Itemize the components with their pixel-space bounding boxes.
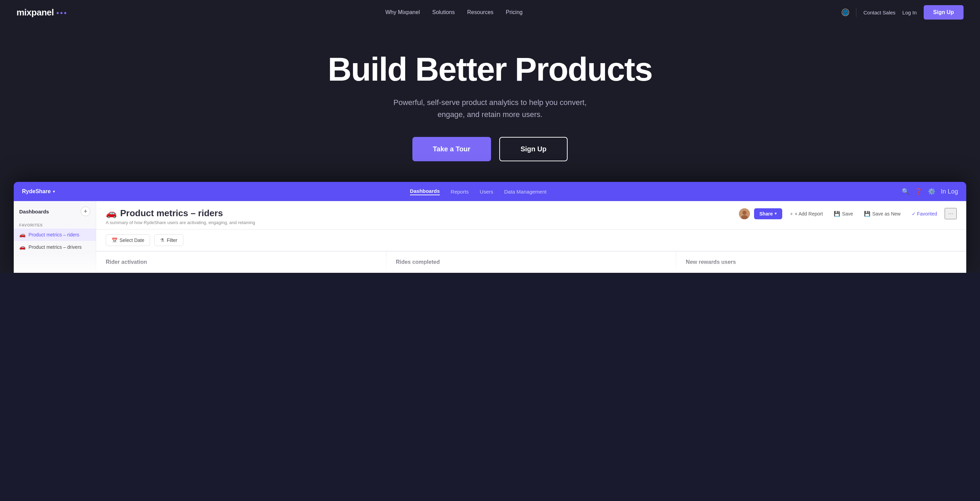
save-as-new-button[interactable]: 💾 Save as New [861,208,904,219]
dashboard-title-icon: 🚗 [106,208,117,219]
metric-label-0: Rider activation [106,259,376,265]
hero-signup-button[interactable]: Sign Up [499,137,568,161]
riders-icon: 🚗 [19,231,26,238]
main-nav: mixpanel Why Mixpanel Solutions Resource… [0,0,980,25]
dashboard-title-text: Product metrics – riders [120,208,223,219]
filter-icon: ⚗ [160,238,164,243]
nav-why[interactable]: Why Mixpanel [385,9,420,16]
settings-icon[interactable]: ⚙️ [928,188,935,195]
app-brand-name: RydeShare [22,189,51,195]
logo-dots [57,12,66,14]
avatar-image [739,208,750,219]
logo[interactable]: mixpanel [16,7,66,18]
signup-button[interactable]: Sign Up [924,5,964,19]
sidebar-item-drivers-label: Product metrics – drivers [29,244,82,250]
nav-solutions[interactable]: Solutions [432,9,455,16]
save-label: Save [842,211,853,217]
contact-sales-link[interactable]: Contact Sales [863,10,895,16]
metric-card-1: Rides completed [386,252,676,273]
sidebar-item-riders[interactable]: 🚗 Product metrics – riders [14,228,96,241]
app-brand[interactable]: RydeShare ▾ [22,189,55,195]
filter-label: Filter [167,238,177,243]
nav-tab-users[interactable]: Users [480,189,493,195]
favorited-button[interactable]: ✓ Favorited [908,209,940,219]
dashboard-title-area: 🚗 Product metrics – riders A summary of … [106,208,255,225]
sidebar-header: Dashboards + [14,206,96,220]
globe-icon[interactable]: 🌐 [842,9,849,16]
app-nav: Dashboards Reports Users Data Management [410,188,547,195]
select-date-label: Select Date [119,238,144,243]
add-report-icon: + [790,211,793,217]
nav-actions: 🌐 Contact Sales Log In Sign Up [842,5,964,19]
hero-buttons: Take a Tour Sign Up [14,137,966,161]
dashboard-toolbar: 📅 Select Date ⚗ Filter [96,230,966,251]
metric-card-0: Rider activation [96,252,386,273]
sidebar-item-drivers[interactable]: 🚗 Product metrics – drivers [14,241,96,253]
app-preview: RydeShare ▾ Dashboards Reports Users Dat… [0,182,980,273]
add-report-label: + Add Report [795,211,823,217]
filter-button[interactable]: ⚗ Filter [154,235,183,246]
dashboard-title: 🚗 Product metrics – riders [106,208,255,219]
hero-headline: Build Better Products [14,52,966,87]
nav-links: Why Mixpanel Solutions Resources Pricing [385,9,523,16]
app-nav-right: 🔍 ❓ ⚙️ In Log [902,188,958,195]
take-tour-button[interactable]: Take a Tour [412,137,491,161]
hero-subheadline: Powerful, self-serve product analytics t… [387,97,593,120]
sidebar: Dashboards + FAVORITES 🚗 Product metrics… [14,201,96,273]
add-report-button[interactable]: + + Add Report [786,208,826,219]
sidebar-item-riders-label: Product metrics – riders [29,232,79,238]
metric-card-2: New rewards users [676,252,966,273]
hero-section: Build Better Products Powerful, self-ser… [0,25,980,182]
dashboard-header: 🚗 Product metrics – riders A summary of … [96,201,966,230]
save-icon: 💾 [834,211,840,217]
svg-point-1 [742,211,746,215]
metric-label-1: Rides completed [396,259,667,265]
metrics-grid: Rider activation Rides completed New rew… [96,251,966,273]
nav-pricing[interactable]: Pricing [506,9,523,16]
app-window: RydeShare ▾ Dashboards Reports Users Dat… [14,182,966,273]
share-label: Share [760,211,773,217]
more-options-button[interactable]: ··· [945,208,957,219]
nav-tab-data-management[interactable]: Data Management [504,189,546,195]
sidebar-title: Dashboards [19,209,49,214]
nav-tab-reports[interactable]: Reports [451,189,469,195]
share-dropdown-icon: ▾ [775,211,777,216]
dashboard-subtitle: A summary of how RydeShare users are act… [106,220,255,225]
metric-label-2: New rewards users [686,259,957,265]
nav-resources[interactable]: Resources [467,9,493,16]
brand-dropdown-icon: ▾ [53,189,55,194]
favorited-label: ✓ Favorited [912,211,937,217]
calendar-icon: 📅 [111,238,118,243]
avatar [739,208,750,219]
drivers-icon: 🚗 [19,244,26,250]
login-label[interactable]: In Log [941,188,958,195]
main-content: 🚗 Product metrics – riders A summary of … [96,201,966,273]
sidebar-favorites-label: FAVORITES [14,220,96,228]
app-topbar: RydeShare ▾ Dashboards Reports Users Dat… [14,182,966,201]
save-as-icon: 💾 [864,211,870,217]
dashboard-actions: Share ▾ + + Add Report 💾 Save 💾 [739,208,957,219]
select-date-button[interactable]: 📅 Select Date [106,235,150,246]
logo-text: mixpanel [16,7,54,18]
add-dashboard-button[interactable]: + [81,206,90,216]
nav-divider [856,8,856,17]
login-link[interactable]: Log In [902,10,917,16]
save-as-new-label: Save as New [872,211,900,217]
search-icon[interactable]: 🔍 [902,188,909,195]
help-icon[interactable]: ❓ [915,188,922,195]
app-body: Dashboards + FAVORITES 🚗 Product metrics… [14,201,966,273]
save-button[interactable]: 💾 Save [830,208,856,219]
nav-tab-dashboards[interactable]: Dashboards [410,188,440,195]
share-button[interactable]: Share ▾ [754,208,783,219]
